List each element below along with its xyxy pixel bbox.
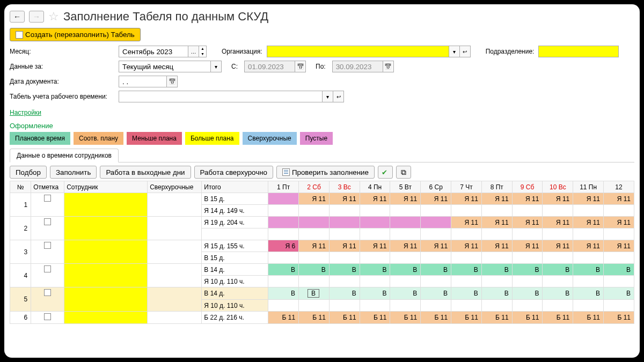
day-cell[interactable]: Б 11	[543, 312, 573, 324]
checkbox-icon[interactable]	[44, 242, 51, 249]
day-cell[interactable]: В	[543, 264, 573, 276]
day-cell[interactable]: Б 11	[573, 312, 604, 324]
col-number[interactable]: №	[10, 181, 31, 193]
day-cell[interactable]: В	[573, 287, 604, 300]
table-row[interactable]: 4В 14 д.ВВВВВВВВВВВВ	[10, 264, 634, 276]
col-day[interactable]: 10 Вс	[543, 181, 573, 193]
col-day[interactable]: 2 Сб	[299, 181, 330, 193]
cell-mark[interactable]	[31, 217, 64, 240]
day-cell[interactable]: В	[451, 264, 482, 276]
cell-overtime[interactable]	[148, 312, 202, 324]
col-total[interactable]: Итого	[202, 181, 268, 193]
day-cell[interactable]: Б 11	[604, 312, 634, 324]
day-cell[interactable]	[268, 276, 299, 287]
day-cell[interactable]	[543, 205, 573, 217]
day-cell[interactable]	[512, 228, 543, 240]
data-for-dropdown-button[interactable]: ▾	[211, 61, 222, 72]
check-all-button[interactable]	[378, 166, 393, 179]
day-cell[interactable]	[573, 300, 604, 312]
day-cell[interactable]	[390, 300, 421, 312]
day-cell[interactable]	[268, 193, 299, 205]
check-fill-button[interactable]: Проверить заполнение	[276, 166, 375, 179]
day-cell[interactable]	[604, 252, 634, 264]
day-cell[interactable]: Я 11	[543, 240, 573, 252]
cell-employee[interactable]	[64, 240, 148, 264]
day-cell[interactable]: Я 11	[481, 217, 512, 228]
day-cell[interactable]: В	[360, 264, 390, 276]
day-cell[interactable]: В	[421, 264, 451, 276]
day-cell[interactable]: Б 11	[481, 312, 512, 324]
month-spinner[interactable]: ▲▼	[199, 46, 207, 57]
col-day[interactable]: 4 Пн	[360, 181, 390, 193]
day-cell[interactable]	[268, 252, 299, 264]
day-cell[interactable]	[268, 228, 299, 240]
cell-mark[interactable]	[31, 193, 64, 217]
day-cell[interactable]: В	[268, 287, 299, 300]
day-cell[interactable]	[604, 228, 634, 240]
day-cell[interactable]: В	[573, 264, 604, 276]
create-timesheet-button[interactable]: Создать (перезаполнить) Табель	[10, 28, 141, 41]
day-cell[interactable]	[421, 276, 451, 287]
day-cell[interactable]: В	[451, 287, 482, 300]
day-cell[interactable]: В	[543, 287, 573, 300]
back-button[interactable]: ←	[10, 11, 25, 23]
day-cell[interactable]	[390, 228, 421, 240]
day-cell[interactable]	[390, 276, 421, 287]
overtime-button[interactable]: Работа сверхурочно	[194, 166, 273, 179]
day-cell[interactable]: Я 11	[481, 193, 512, 205]
day-cell[interactable]	[481, 276, 512, 287]
day-cell[interactable]	[512, 300, 543, 312]
day-cell[interactable]	[329, 276, 360, 287]
day-cell[interactable]: Б 11	[360, 312, 390, 324]
day-cell[interactable]	[329, 217, 360, 228]
cell-overtime[interactable]	[148, 240, 202, 264]
day-cell[interactable]: Б 11	[451, 312, 482, 324]
cell-employee[interactable]	[64, 312, 148, 324]
col-employee[interactable]: Сотрудник	[64, 181, 148, 193]
day-cell[interactable]: Я 11	[604, 240, 634, 252]
timesheet-grid[interactable]: № Отметка Сотрудник Сверхурочные Итого 1…	[10, 181, 634, 324]
day-cell[interactable]: В	[512, 264, 543, 276]
doc-date-input[interactable]	[119, 76, 167, 87]
day-cell[interactable]	[481, 205, 512, 217]
day-cell[interactable]	[604, 205, 634, 217]
day-cell[interactable]	[512, 276, 543, 287]
cell-mark[interactable]	[31, 312, 64, 324]
day-cell[interactable]	[360, 205, 390, 217]
day-cell[interactable]	[360, 217, 390, 228]
fill-button[interactable]: Заполнить	[50, 166, 97, 179]
day-cell[interactable]	[421, 252, 451, 264]
day-cell[interactable]: Б 11	[390, 312, 421, 324]
col-day[interactable]: 7 Чт	[451, 181, 482, 193]
day-cell[interactable]: Я 11	[543, 217, 573, 228]
day-cell[interactable]: Я 11	[604, 217, 634, 228]
day-cell[interactable]	[573, 205, 604, 217]
day-cell[interactable]	[543, 228, 573, 240]
cell-employee[interactable]	[64, 287, 148, 312]
day-cell[interactable]	[451, 276, 482, 287]
day-cell[interactable]: В	[481, 264, 512, 276]
day-cell[interactable]	[299, 217, 330, 228]
day-cell[interactable]	[329, 300, 360, 312]
col-day[interactable]: 5 Вт	[390, 181, 421, 193]
weekend-work-button[interactable]: Работа в выходные дни	[100, 166, 191, 179]
table-row[interactable]: 2Я 19 д. 204 ч.Я 11Я 11Я 11Я 11Я 11Я 11	[10, 217, 634, 228]
day-cell[interactable]	[421, 217, 451, 228]
checkbox-icon[interactable]	[44, 289, 51, 296]
day-cell[interactable]	[360, 276, 390, 287]
day-cell[interactable]	[268, 300, 299, 312]
day-cell[interactable]	[299, 300, 330, 312]
day-cell[interactable]	[268, 217, 299, 228]
day-cell[interactable]	[360, 300, 390, 312]
col-day[interactable]: 8 Пт	[481, 181, 512, 193]
day-cell[interactable]	[451, 228, 482, 240]
day-cell[interactable]	[451, 252, 482, 264]
checkbox-icon[interactable]	[44, 195, 51, 202]
day-cell[interactable]	[481, 252, 512, 264]
col-day[interactable]: 1 Пт	[268, 181, 299, 193]
cell-mark[interactable]	[31, 264, 64, 287]
day-cell[interactable]: В	[360, 287, 390, 300]
day-cell[interactable]	[543, 300, 573, 312]
day-cell[interactable]: Я 11	[573, 193, 604, 205]
settings-link[interactable]: Настройки	[10, 109, 41, 116]
